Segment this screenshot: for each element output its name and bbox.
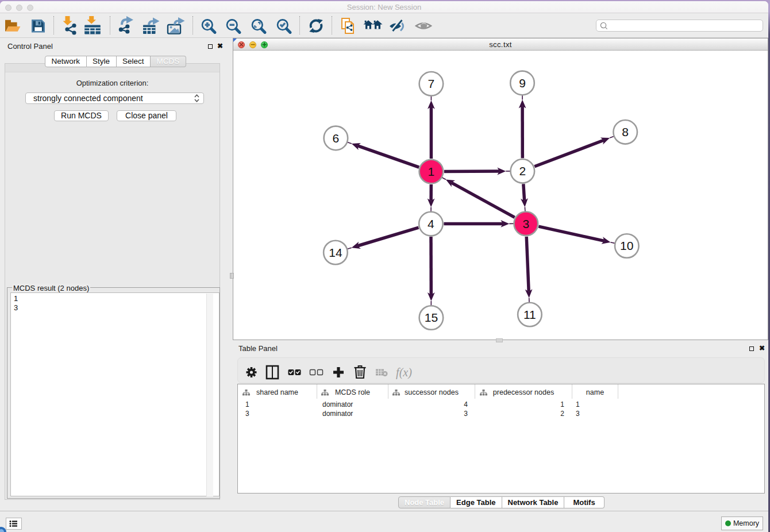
svg-text:15: 15 (425, 311, 438, 324)
svg-text:7: 7 (428, 77, 435, 90)
svg-text:2: 2 (519, 164, 526, 178)
svg-text:3: 3 (522, 217, 529, 230)
svg-text:f(x): f(x) (396, 366, 412, 379)
svg-text:9: 9 (519, 76, 526, 90)
svg-text:11: 11 (523, 308, 536, 321)
svg-text:14: 14 (329, 246, 342, 259)
svg-text:4: 4 (428, 217, 434, 230)
svg-text:8: 8 (622, 125, 629, 138)
svg-text:6: 6 (333, 132, 340, 145)
svg-text:10: 10 (620, 239, 633, 252)
svg-text:1: 1 (428, 165, 435, 178)
